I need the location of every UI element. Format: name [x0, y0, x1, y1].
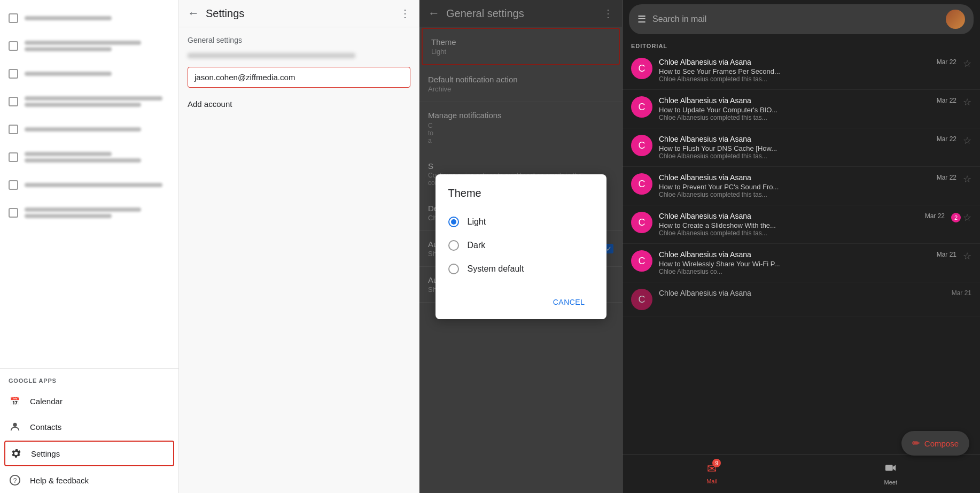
email-list — [0, 0, 178, 364]
sender-avatar: C — [631, 250, 652, 272]
compose-label: Compose — [924, 439, 959, 448]
radio-system[interactable] — [448, 264, 459, 274]
theme-option-dark[interactable]: Dark — [448, 234, 594, 257]
sidebar-item-contacts[interactable]: Contacts — [0, 414, 178, 440]
meet-nav-label: Meet — [884, 479, 897, 486]
mail-sender: Chloe Albanesius via Asana — [659, 250, 751, 259]
mail-item-content: Chloe Albanesius via Asana Mar 22 How to… — [659, 96, 956, 121]
email-checkbox[interactable] — [9, 13, 18, 23]
email-checkbox[interactable] — [9, 41, 18, 51]
list-item[interactable] — [0, 4, 178, 32]
list-item[interactable] — [0, 60, 178, 88]
email-line — [25, 152, 112, 156]
settings-list-panel: ← Settings ⋮ General settings jason.cohe… — [179, 0, 419, 493]
mail-item-5[interactable]: C Chloe Albanesius via Asana Mar 22 How … — [623, 205, 980, 244]
sender-avatar: C — [631, 212, 652, 233]
mail-item-content: Chloe Albanesius via Asana Mar 21 — [659, 289, 971, 298]
google-apps-label: GOOGLE APPS — [0, 373, 178, 388]
mail-item-7[interactable]: C Chloe Albanesius via Asana Mar 21 — [623, 282, 980, 317]
mail-sender: Chloe Albanesius via Asana — [659, 212, 751, 220]
radio-dark[interactable] — [448, 240, 459, 251]
unread-badge: 2 — [951, 213, 961, 222]
star-icon[interactable]: ☆ — [963, 58, 971, 70]
cancel-button[interactable]: Cancel — [545, 294, 594, 311]
star-icon[interactable]: ☆ — [963, 135, 971, 147]
mail-nav-label: Mail — [706, 478, 717, 484]
mail-item-content: Chloe Albanesius via Asana Mar 21 How to… — [659, 250, 956, 275]
sender-avatar: C — [631, 58, 652, 79]
settings-section-title: General settings — [179, 27, 419, 49]
email-text — [25, 152, 170, 163]
email-text — [25, 96, 170, 107]
mail-date: Mar 22 — [937, 97, 956, 104]
star-icon[interactable]: ☆ — [963, 96, 971, 108]
user-avatar[interactable] — [946, 10, 965, 29]
email-checkbox[interactable] — [9, 69, 18, 79]
email-checkbox[interactable] — [9, 125, 18, 134]
mail-date: Mar 22 — [937, 174, 956, 181]
sidebar-item-settings[interactable]: Settings — [4, 441, 174, 466]
mail-item-4[interactable]: C Chloe Albanesius via Asana Mar 22 How … — [623, 167, 980, 205]
mail-preview: Chloe Albanesius completed this tas... — [659, 75, 956, 83]
mail-subject: How to Prevent Your PC's Sound Fro... — [659, 183, 956, 191]
mail-preview: Chloe Albanesius co... — [659, 268, 956, 275]
list-item[interactable] — [0, 32, 178, 60]
search-bar[interactable]: ☰ Search in mail — [629, 4, 974, 34]
mail-preview: Chloe Albanesius completed this tas... — [659, 191, 956, 198]
hamburger-icon[interactable]: ☰ — [637, 13, 646, 25]
settings-header: ← Settings ⋮ — [179, 0, 419, 27]
mail-item-2[interactable]: C Chloe Albanesius via Asana Mar 22 How … — [623, 90, 980, 128]
list-item[interactable] — [0, 199, 178, 227]
star-icon[interactable]: ☆ — [963, 173, 971, 185]
dialog-overlay[interactable]: Theme Light Dark System default Cancel — [419, 0, 622, 493]
mail-item-3[interactable]: C Chloe Albanesius via Asana Mar 22 How … — [623, 128, 980, 167]
list-item[interactable] — [0, 143, 178, 171]
mail-section-label: EDITORIAL — [623, 38, 980, 51]
list-item[interactable] — [0, 88, 178, 115]
sidebar-item-label: Calendar — [30, 397, 63, 406]
email-line — [25, 214, 112, 218]
email-checkbox[interactable] — [9, 180, 18, 190]
list-item[interactable] — [0, 171, 178, 199]
general-settings-panel: ← General settings ⋮ Theme Light Default… — [419, 0, 623, 493]
sender-avatar: C — [631, 173, 652, 195]
search-text: Search in mail — [652, 14, 939, 24]
email-checkbox[interactable] — [9, 152, 18, 162]
radio-light[interactable] — [448, 217, 459, 227]
mail-item-content: Chloe Albanesius via Asana Mar 22 How to… — [659, 212, 945, 237]
email-text — [25, 41, 170, 51]
sidebar-item-help[interactable]: ? Help & feedback — [0, 467, 178, 493]
star-icon[interactable]: ☆ — [963, 212, 971, 224]
email-text — [25, 183, 170, 187]
more-options-icon[interactable]: ⋮ — [400, 7, 410, 20]
add-account-row[interactable]: Add account — [179, 92, 419, 116]
mail-item-content: Chloe Albanesius via Asana Mar 22 How to… — [659, 173, 956, 198]
svg-rect-3 — [885, 465, 893, 471]
contacts-icon — [9, 420, 21, 433]
mail-item-1[interactable]: C Chloe Albanesius via Asana Mar 22 How … — [623, 51, 980, 90]
theme-option-system[interactable]: System default — [448, 257, 594, 281]
star-icon[interactable]: ☆ — [963, 250, 971, 262]
sidebar-item-calendar[interactable]: 📅 Calendar — [0, 388, 178, 414]
mail-item-6[interactable]: C Chloe Albanesius via Asana Mar 21 How … — [623, 244, 980, 282]
nav-mail[interactable]: ✉ 9 Mail — [623, 459, 802, 489]
account-email: jason.cohen@ziffmedia.com — [195, 73, 295, 82]
back-button[interactable]: ← — [188, 6, 199, 20]
light-label: Light — [468, 217, 486, 227]
account-email-row[interactable]: jason.cohen@ziffmedia.com — [188, 67, 410, 88]
nav-meet[interactable]: Meet — [802, 459, 981, 489]
mail-actions: 2 ☆ — [951, 212, 971, 224]
email-line — [25, 41, 141, 45]
email-checkbox[interactable] — [9, 97, 18, 106]
list-item[interactable] — [0, 115, 178, 143]
compose-button[interactable]: ✏ Compose — [901, 431, 969, 456]
email-line — [25, 16, 112, 20]
mail-date: Mar 22 — [937, 58, 956, 66]
system-label: System default — [468, 264, 524, 274]
theme-option-light[interactable]: Light — [448, 210, 594, 234]
mail-subject: How to Wirelessly Share Your Wi-Fi P... — [659, 260, 956, 268]
email-text — [25, 72, 170, 76]
email-checkbox[interactable] — [9, 208, 18, 218]
mail-list-panel: ☰ Search in mail EDITORIAL C Chloe Alban… — [623, 0, 980, 493]
mail-subject: How to Update Your Computer's BIO... — [659, 106, 956, 114]
